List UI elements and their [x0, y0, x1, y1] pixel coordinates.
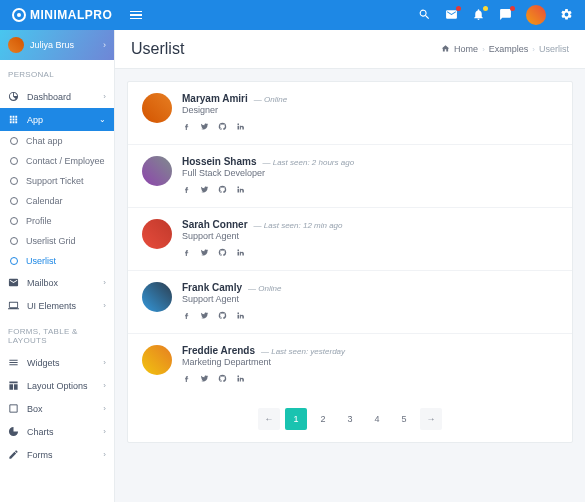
nav-forms[interactable]: Forms › — [0, 443, 114, 466]
brand[interactable]: MINIMALPRO — [12, 8, 112, 22]
user-panel-name: Juliya Brus — [30, 40, 97, 50]
sub-label: Profile — [26, 216, 52, 226]
bc-examples[interactable]: Examples — [489, 44, 529, 54]
sub-ticket[interactable]: Support Ticket — [0, 171, 114, 191]
user-name[interactable]: Maryam Amiri — [182, 93, 248, 104]
user-avatar[interactable] — [142, 282, 172, 312]
nav-label: Charts — [27, 427, 95, 437]
sub-calendar[interactable]: Calendar — [0, 191, 114, 211]
page-4[interactable]: 4 — [366, 408, 388, 430]
chart-icon — [8, 426, 19, 437]
github-icon[interactable] — [218, 310, 227, 322]
nav-layout[interactable]: Layout Options › — [0, 374, 114, 397]
pagination: ← 1 2 3 4 5 → — [128, 396, 572, 442]
nav-label: UI Elements — [27, 301, 95, 311]
facebook-icon[interactable] — [182, 184, 191, 196]
bc-sep: › — [532, 45, 535, 54]
bell-icon[interactable] — [472, 8, 485, 23]
github-icon[interactable] — [218, 247, 227, 259]
user-name[interactable]: Hossein Shams — [182, 156, 256, 167]
github-icon[interactable] — [218, 121, 227, 133]
search-icon[interactable] — [418, 8, 431, 23]
page-next[interactable]: → — [420, 408, 442, 430]
mail-icon[interactable] — [445, 8, 458, 23]
user-role: Support Agent — [182, 294, 558, 304]
sub-chat[interactable]: Chat app — [0, 131, 114, 151]
twitter-icon[interactable] — [200, 310, 209, 322]
brand-name: MINIMALPRO — [30, 8, 112, 22]
circle-icon — [10, 237, 18, 245]
circle-icon — [10, 137, 18, 145]
user-status: — Online — [248, 284, 281, 293]
sub-label: Support Ticket — [26, 176, 84, 186]
linkedin-icon[interactable] — [236, 247, 245, 259]
nav-charts[interactable]: Charts › — [0, 420, 114, 443]
user-socials — [182, 373, 558, 385]
facebook-icon[interactable] — [182, 121, 191, 133]
user-avatar[interactable] — [526, 5, 546, 25]
twitter-icon[interactable] — [200, 373, 209, 385]
nav-app[interactable]: App ⌄ — [0, 108, 114, 131]
facebook-icon[interactable] — [182, 310, 191, 322]
user-role: Support Agent — [182, 231, 558, 241]
page-1[interactable]: 1 — [285, 408, 307, 430]
circle-icon — [10, 257, 18, 265]
settings-icon[interactable] — [560, 8, 573, 23]
user-avatar[interactable] — [142, 219, 172, 249]
github-icon[interactable] — [218, 184, 227, 196]
user-avatar[interactable] — [142, 93, 172, 123]
list-icon — [8, 357, 19, 368]
apps-icon — [8, 114, 19, 125]
content: Userlist Home › Examples › Userlist Mary… — [115, 30, 585, 502]
linkedin-icon[interactable] — [236, 310, 245, 322]
nav-ui[interactable]: UI Elements › — [0, 294, 114, 317]
circle-icon — [10, 177, 18, 185]
section-personal: PERSONAL — [0, 60, 114, 85]
linkedin-icon[interactable] — [236, 373, 245, 385]
twitter-icon[interactable] — [200, 121, 209, 133]
page-header: Userlist Home › Examples › Userlist — [115, 30, 585, 69]
page-2[interactable]: 2 — [312, 408, 334, 430]
bc-home-label[interactable]: Home — [454, 44, 478, 54]
sub-label: Contact / Employee — [26, 156, 105, 166]
user-socials — [182, 184, 558, 196]
user-row: Maryam Amiri— OnlineDesigner — [128, 82, 572, 145]
user-avatar[interactable] — [142, 345, 172, 375]
user-row: Sarah Conner— Last seen: 12 min agoSuppo… — [128, 208, 572, 271]
twitter-icon[interactable] — [200, 247, 209, 259]
user-role: Designer — [182, 105, 558, 115]
nav-dashboard[interactable]: Dashboard › — [0, 85, 114, 108]
page-5[interactable]: 5 — [393, 408, 415, 430]
sub-profile[interactable]: Profile — [0, 211, 114, 231]
sub-contact[interactable]: Contact / Employee — [0, 151, 114, 171]
user-panel[interactable]: Juliya Brus › — [0, 30, 114, 60]
user-row: Frank Camly— OnlineSupport Agent — [128, 271, 572, 334]
edit-icon — [8, 449, 19, 460]
linkedin-icon[interactable] — [236, 121, 245, 133]
chat-icon[interactable] — [499, 8, 512, 23]
nav-box[interactable]: Box › — [0, 397, 114, 420]
circle-icon — [10, 157, 18, 165]
page-3[interactable]: 3 — [339, 408, 361, 430]
sub-grid[interactable]: Userlist Grid — [0, 231, 114, 251]
nav-mailbox[interactable]: Mailbox › — [0, 271, 114, 294]
sub-userlist[interactable]: Userlist — [0, 251, 114, 271]
user-name[interactable]: Frank Camly — [182, 282, 242, 293]
nav-widgets[interactable]: Widgets › — [0, 351, 114, 374]
chevron-right-icon: › — [103, 427, 106, 436]
user-status: — Online — [254, 95, 287, 104]
user-name[interactable]: Freddie Arends — [182, 345, 255, 356]
menu-toggle-button[interactable] — [130, 9, 142, 22]
user-status: — Last seen: yesterday — [261, 347, 345, 356]
facebook-icon[interactable] — [182, 247, 191, 259]
github-icon[interactable] — [218, 373, 227, 385]
linkedin-icon[interactable] — [236, 184, 245, 196]
nav-label: Dashboard — [27, 92, 95, 102]
twitter-icon[interactable] — [200, 184, 209, 196]
facebook-icon[interactable] — [182, 373, 191, 385]
page-prev[interactable]: ← — [258, 408, 280, 430]
home-icon[interactable] — [441, 44, 450, 55]
section-forms: FORMS, TABLE & LAYOUTS — [0, 317, 114, 351]
user-name[interactable]: Sarah Conner — [182, 219, 248, 230]
user-avatar[interactable] — [142, 156, 172, 186]
